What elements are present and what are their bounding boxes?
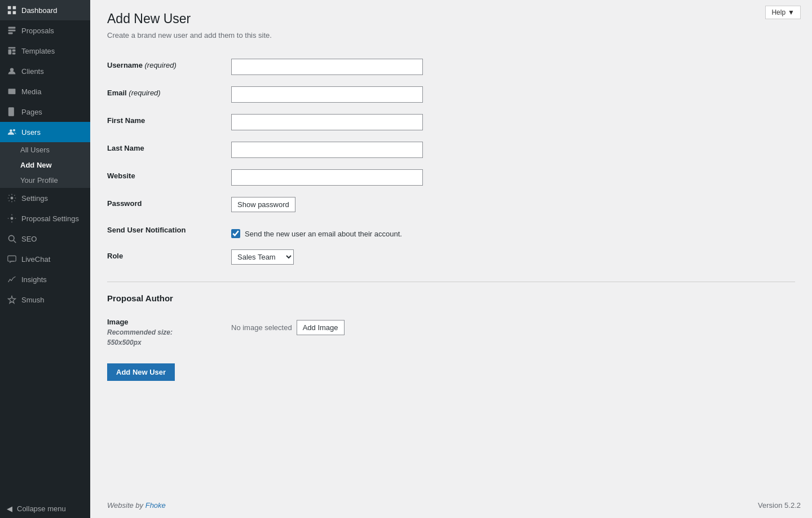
svg-rect-6 <box>8 32 13 34</box>
svg-rect-3 <box>13 11 16 15</box>
password-row: Password Show password <box>107 191 795 218</box>
svg-rect-2 <box>8 11 11 15</box>
submenu-your-profile[interactable]: Your Profile <box>0 173 90 188</box>
svg-rect-4 <box>8 27 16 29</box>
sidebar-item-label: Dashboard <box>21 6 58 15</box>
role-row: Role Sales Team Administrator Editor Aut… <box>107 244 795 270</box>
firstname-input-cell <box>231 108 795 136</box>
sidebar-item-users[interactable]: Users <box>0 122 90 142</box>
email-input-cell <box>231 81 795 108</box>
sidebar-item-dashboard[interactable]: Dashboard <box>0 0 90 20</box>
email-label-cell: Email (required) <box>107 81 231 108</box>
role-select-cell: Sales Team Administrator Editor Author C… <box>231 244 795 270</box>
sidebar-item-proposals[interactable]: Proposals <box>0 20 90 41</box>
svg-point-23 <box>8 235 14 241</box>
notification-input-cell: Send the new user an email about their a… <box>231 218 795 244</box>
lastname-input-cell <box>231 136 795 164</box>
notification-row: Send User Notification Send the new user… <box>107 218 795 244</box>
sidebar-item-label: LiveChat <box>21 255 50 264</box>
role-label-cell: Role <box>107 244 231 270</box>
sidebar-item-label: Smush <box>21 296 44 304</box>
site-footer: Website by Fhoke <box>107 501 166 510</box>
image-row: Image Recommended size: 550x500px No ima… <box>107 310 795 352</box>
sidebar-item-proposal-settings[interactable]: Proposal Settings <box>0 208 90 229</box>
image-hint-line2: 550x500px <box>107 339 220 346</box>
sidebar-item-pages[interactable]: Pages <box>0 102 90 122</box>
sidebar-item-templates[interactable]: Templates <box>0 41 90 61</box>
firstname-label-cell: First Name <box>107 108 231 136</box>
svg-rect-1 <box>13 6 16 10</box>
templates-icon <box>7 46 17 56</box>
proposal-settings-icon <box>7 213 17 223</box>
clients-icon <box>7 66 17 76</box>
role-select[interactable]: Sales Team Administrator Editor Author C… <box>231 249 294 265</box>
email-input[interactable] <box>231 86 423 103</box>
sidebar: Dashboard Proposals Templates Clients Me… <box>0 0 90 518</box>
firstname-input[interactable] <box>231 114 423 130</box>
submenu-add-new[interactable]: Add New <box>0 157 90 173</box>
sidebar-item-settings[interactable]: Settings <box>0 188 90 208</box>
sidebar-item-label: Insights <box>21 275 47 284</box>
sidebar-item-smush[interactable]: Smush <box>0 289 90 310</box>
image-hint-line1: Recommended size: <box>107 328 220 336</box>
username-label-cell: Username (required) <box>107 53 231 81</box>
notification-checkbox[interactable] <box>231 229 240 238</box>
website-label-cell: Website <box>107 164 231 191</box>
no-image-text: No image selected <box>231 323 292 332</box>
sidebar-item-seo[interactable]: SEO <box>0 229 90 249</box>
proposal-author-section-title: Proposal Author <box>107 282 795 303</box>
username-input[interactable] <box>231 59 423 75</box>
website-input-cell <box>231 164 795 191</box>
firstname-row: First Name <box>107 108 795 136</box>
svg-rect-5 <box>8 29 16 31</box>
users-submenu: All Users Add New Your Profile <box>0 142 90 188</box>
collapse-menu-button[interactable]: ◀ Collapse menu <box>0 499 90 518</box>
svg-marker-26 <box>8 296 16 304</box>
proposals-icon <box>7 25 17 36</box>
sidebar-item-label: Proposal Settings <box>21 214 79 223</box>
collapse-label: Collapse menu <box>17 504 66 513</box>
sidebar-item-clients[interactable]: Clients <box>0 61 90 81</box>
page-subtitle: Create a brand new user and add them to … <box>107 31 795 39</box>
proposal-author-form: Image Recommended size: 550x500px No ima… <box>107 310 795 352</box>
livechat-icon <box>7 254 17 264</box>
svg-line-24 <box>14 240 16 243</box>
media-icon <box>7 86 17 96</box>
help-arrow-icon: ▼ <box>788 8 795 16</box>
sidebar-item-label: Users <box>21 128 41 137</box>
image-controls-cell: No image selected Add Image <box>231 310 795 352</box>
image-label: Image <box>107 318 220 326</box>
sidebar-item-label: Clients <box>21 67 44 76</box>
pages-icon <box>7 107 17 117</box>
sidebar-item-label: Media <box>21 87 41 96</box>
password-input-cell: Show password <box>231 191 795 218</box>
insights-icon <box>7 274 17 284</box>
show-password-button[interactable]: Show password <box>231 197 295 212</box>
dashboard-icon <box>7 5 17 15</box>
submenu-all-users[interactable]: All Users <box>0 142 90 157</box>
username-input-cell <box>231 53 795 81</box>
svg-rect-9 <box>12 50 16 52</box>
settings-icon <box>7 193 17 203</box>
website-input[interactable] <box>231 169 423 186</box>
svg-point-21 <box>11 197 14 200</box>
svg-rect-10 <box>12 52 16 54</box>
email-row: Email (required) <box>107 81 795 108</box>
svg-point-20 <box>13 129 15 131</box>
sidebar-item-insights[interactable]: Insights <box>0 269 90 289</box>
footer-prefix: Website by <box>107 501 143 510</box>
footer-link[interactable]: Fhoke <box>145 501 166 510</box>
lastname-input[interactable] <box>231 142 423 158</box>
website-row: Website <box>107 164 795 191</box>
help-button[interactable]: Help ▼ <box>765 6 801 19</box>
users-icon <box>7 127 17 137</box>
sidebar-item-livechat[interactable]: LiveChat <box>0 249 90 269</box>
svg-rect-8 <box>8 50 12 55</box>
smush-icon <box>7 295 17 305</box>
sidebar-item-media[interactable]: Media <box>0 81 90 102</box>
add-image-button[interactable]: Add Image <box>297 320 345 335</box>
lastname-label-cell: Last Name <box>107 136 231 164</box>
svg-point-13 <box>10 90 11 92</box>
lastname-row: Last Name <box>107 136 795 164</box>
add-new-user-button[interactable]: Add New User <box>107 363 175 381</box>
